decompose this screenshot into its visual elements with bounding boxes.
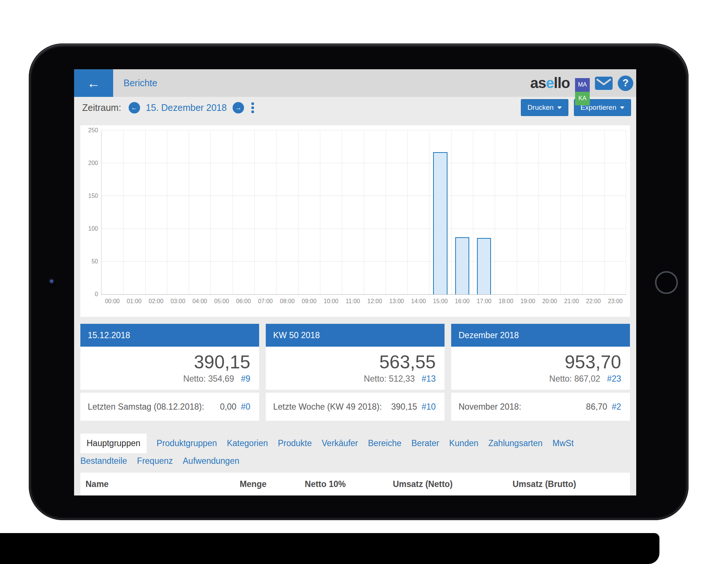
y-tick: 150 [88, 193, 98, 199]
tab-kategorien[interactable]: Kategorien [227, 438, 268, 448]
card-netto-line: Netto: 512,33 #13 [273, 374, 436, 384]
x-tick: 00:00 [101, 298, 123, 305]
column-menge: Menge [198, 479, 267, 489]
tab-bestandteile[interactable]: Bestandteile [80, 456, 127, 466]
previous-period-button[interactable]: ← [129, 102, 140, 113]
tab-aufwendungen[interactable]: Aufwendungen [183, 456, 239, 466]
chart-slot-00:00 [101, 130, 123, 294]
next-period-button[interactable]: → [233, 102, 244, 113]
chart-slot-12:00 [364, 130, 386, 294]
receipt-count-link[interactable]: #13 [422, 374, 436, 383]
tab-frequenz[interactable]: Frequenz [137, 456, 173, 466]
tab-produkte[interactable]: Produkte [278, 438, 312, 448]
app-screen: ← Berichte asello MA KA [74, 69, 636, 495]
summary-card-month: Dezember 2018 953,70 Netto: 867,02 #23 N… [451, 324, 630, 421]
summary-card-week: KW 50 2018 563,55 Netto: 512,33 #13 Letz… [266, 324, 445, 421]
tablet-frame: ← Berichte asello MA KA [29, 43, 689, 520]
badge-ma: MA [575, 78, 590, 92]
report-tabs: Hauptgruppen Produktgruppen Kategorien P… [80, 434, 630, 466]
chart-slot-14:00 [407, 130, 429, 294]
tab-bereiche[interactable]: Bereiche [368, 438, 401, 448]
tab-mwst[interactable]: MwSt [553, 438, 574, 448]
chart-slot-06:00 [233, 130, 254, 294]
back-arrow-icon: ← [87, 76, 100, 91]
card-total: 953,70 [459, 352, 621, 372]
card-comparison-row: November 2018: 86,70 #2 [451, 393, 630, 421]
x-tick: 04:00 [189, 298, 210, 305]
chart-slot-08:00 [276, 130, 298, 294]
card-comparison-row: Letzten Samstag (08.12.2018): 0,00 #0 [80, 393, 259, 421]
column-umsatz-netto: Umsatz (Netto) [346, 479, 453, 489]
chart-slot-23:00 [604, 130, 626, 294]
mail-button[interactable] [595, 77, 613, 90]
hourly-sales-chart: 050100150200250 00:0001:0002:0003:0004:0… [80, 125, 630, 317]
chart-plot [101, 130, 626, 295]
chart-slot-09:00 [298, 130, 320, 294]
x-tick: 03:00 [167, 298, 189, 305]
bar-15:00 [433, 152, 447, 294]
user-badge[interactable]: MA KA [575, 78, 590, 105]
summary-card-day: 15.12.2018 390,15 Netto: 354,69 #9 Letzt… [80, 324, 259, 421]
chart-slot-01:00 [123, 130, 145, 294]
x-tick: 13:00 [386, 298, 407, 305]
back-button[interactable]: ← [74, 69, 113, 97]
chart-slot-15:00 [429, 130, 451, 294]
chevron-down-icon [620, 106, 624, 109]
y-tick: 0 [95, 291, 98, 298]
receipt-count-link[interactable]: #2 [612, 402, 621, 412]
chart-slot-13:00 [386, 130, 407, 294]
card-total: 390,15 [88, 352, 250, 372]
selected-period[interactable]: 15. Dezember 2018 [146, 102, 227, 113]
column-umsatz-brutto: Umsatz (Brutto) [453, 479, 576, 489]
page: ← Berichte asello MA KA [0, 0, 728, 564]
tab-hauptgruppen[interactable]: Hauptgruppen [80, 434, 147, 453]
column-name: Name [80, 479, 198, 489]
card-netto-line: Netto: 354,69 #9 [88, 374, 250, 384]
receipt-count-link[interactable]: #0 [241, 402, 250, 412]
chart-slot-21:00 [560, 130, 582, 294]
y-tick: 50 [91, 258, 98, 265]
tab-zahlungsarten[interactable]: Zahlungsarten [488, 438, 543, 448]
receipt-count-link[interactable]: #10 [422, 402, 436, 412]
x-tick: 06:00 [233, 298, 254, 305]
logo-text: as [530, 75, 546, 91]
chart-slot-17:00 [473, 130, 495, 294]
x-tick: 09:00 [298, 298, 320, 305]
home-button[interactable] [655, 271, 678, 294]
asello-logo: asello [530, 75, 570, 91]
chart-slot-16:00 [451, 130, 473, 294]
chart-slot-11:00 [342, 130, 363, 294]
x-tick: 10:00 [320, 298, 342, 305]
x-tick: 18:00 [495, 298, 517, 305]
x-tick: 21:00 [561, 298, 582, 305]
chart-slot-22:00 [582, 130, 604, 294]
period-options-kebab-icon[interactable] [250, 101, 255, 115]
tab-verkaeufer[interactable]: Verkäufer [322, 438, 358, 448]
header-right-group: asello MA KA ? [530, 69, 636, 105]
report-table-header: Name Menge Netto 10% Umsatz (Netto) Umsa… [80, 473, 630, 495]
tablet-shadow [0, 533, 659, 564]
tab-kunden[interactable]: Kunden [449, 438, 478, 448]
receipt-count-link[interactable]: #9 [241, 374, 250, 383]
tab-berater[interactable]: Berater [411, 438, 439, 448]
x-tick: 12:00 [364, 298, 386, 305]
chevron-down-icon [557, 106, 562, 109]
bar-16:00 [455, 237, 469, 294]
tab-produktgruppen[interactable]: Produktgruppen [157, 438, 217, 448]
bar-17:00 [477, 238, 491, 294]
app-header: ← Berichte asello MA KA [74, 69, 636, 97]
help-button[interactable]: ? [618, 76, 633, 91]
x-tick: 16:00 [451, 298, 473, 305]
x-tick: 19:00 [517, 298, 539, 305]
chart-slot-05:00 [210, 130, 232, 294]
x-tick: 02:00 [145, 298, 167, 305]
x-tick: 07:00 [254, 298, 276, 305]
summary-cards: 15.12.2018 390,15 Netto: 354,69 #9 Letzt… [80, 324, 630, 421]
chart-slot-10:00 [320, 130, 342, 294]
card-comparison-row: Letzte Woche (KW 49 2018): 390,15 #10 [266, 393, 445, 421]
x-tick: 08:00 [276, 298, 298, 305]
chart-y-axis: 050100150200250 [83, 130, 101, 294]
receipt-count-link[interactable]: #23 [607, 374, 621, 383]
envelope-icon [595, 77, 613, 90]
chart-slot-07:00 [254, 130, 276, 294]
